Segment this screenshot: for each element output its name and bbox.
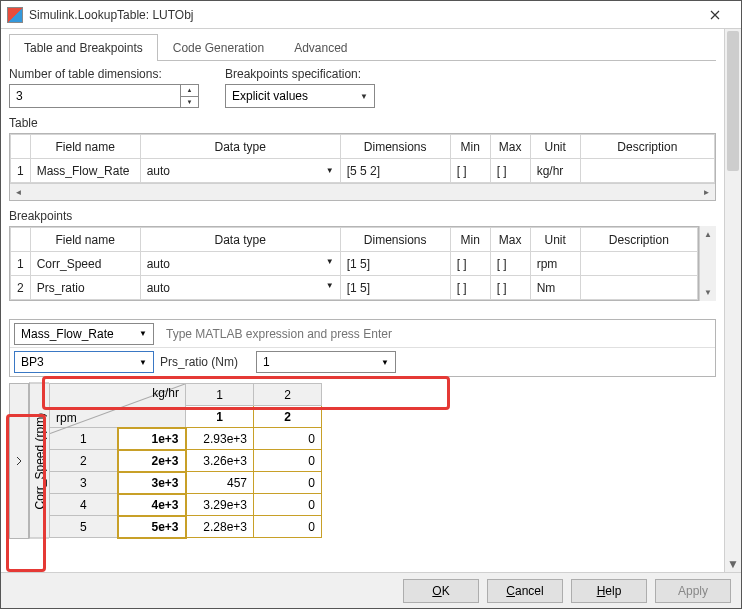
table-row[interactable]: 1 Mass_Flow_Rate auto▼ [5 5 2] [ ] [ ] k… bbox=[11, 159, 715, 183]
table-row[interactable]: 22e+33.26e+30 bbox=[50, 450, 322, 472]
chevron-down-icon: ▼ bbox=[381, 358, 389, 367]
tab-table-breakpoints[interactable]: Table and Breakpoints bbox=[9, 34, 158, 61]
section-breakpoints-label: Breakpoints bbox=[9, 209, 716, 223]
cell-min[interactable]: [ ] bbox=[450, 159, 490, 183]
spinner-up-icon[interactable]: ▲ bbox=[181, 85, 198, 97]
chevron-down-icon: ▼ bbox=[326, 257, 334, 271]
table-header-dtype: Data type bbox=[140, 135, 340, 159]
table-header-field: Field name bbox=[30, 135, 140, 159]
scroll-up-icon[interactable]: ▲ bbox=[700, 226, 716, 243]
tab-code-generation[interactable]: Code Generation bbox=[158, 34, 279, 61]
chevron-down-icon: ▼ bbox=[360, 92, 368, 101]
spinner-down-icon[interactable]: ▼ bbox=[181, 97, 198, 108]
slice-combo-bp3[interactable]: BP3▼ bbox=[14, 351, 154, 373]
close-button[interactable] bbox=[695, 3, 735, 27]
table-row[interactable]: 55e+32.28e+30 bbox=[50, 516, 322, 538]
scroll-thumb[interactable] bbox=[727, 31, 739, 171]
data-table: kg/hr rpm 1 2 1 2 11e+32.93e+30 22e+33.2… bbox=[49, 383, 322, 539]
cell-unit[interactable]: kg/hr bbox=[530, 159, 580, 183]
table-header-max: Max bbox=[490, 135, 530, 159]
chevron-down-icon: ▼ bbox=[139, 358, 147, 367]
prs-ratio-label: Prs_ratio (Nm) bbox=[160, 355, 250, 369]
chevron-down-icon: ▼ bbox=[326, 166, 334, 175]
chevron-down-icon: ▼ bbox=[326, 281, 334, 295]
table-header-unit: Unit bbox=[530, 135, 580, 159]
expression-input[interactable] bbox=[160, 323, 711, 345]
title-bar: Simulink.LookupTable: LUTObj bbox=[1, 1, 741, 29]
table-row[interactable]: 2 Prs_ratio auto▼ [1 5] [ ] [ ] Nm bbox=[11, 276, 698, 300]
col-header[interactable]: 2 bbox=[254, 406, 322, 428]
cell-desc[interactable] bbox=[580, 159, 714, 183]
cell-max[interactable]: [ ] bbox=[490, 159, 530, 183]
table-row[interactable]: 33e+34570 bbox=[50, 472, 322, 494]
spec-combo[interactable]: Explicit values ▼ bbox=[225, 84, 375, 108]
spec-value: Explicit values bbox=[232, 89, 360, 103]
table-grid: Field name Data type Dimensions Min Max … bbox=[9, 133, 716, 201]
breakpoints-vscroll[interactable]: ▲ ▼ bbox=[699, 226, 716, 301]
window-title: Simulink.LookupTable: LUTObj bbox=[29, 8, 695, 22]
dimensions-label: Number of table dimensions: bbox=[9, 67, 199, 81]
spec-label: Breakpoints specification: bbox=[225, 67, 375, 81]
scroll-down-icon[interactable]: ▼ bbox=[700, 284, 716, 301]
chevron-down-icon: ▼ bbox=[139, 329, 147, 338]
help-button[interactable]: Help bbox=[571, 579, 647, 603]
dimensions-input[interactable] bbox=[10, 89, 180, 103]
slice-combo-prsratio[interactable]: 1▼ bbox=[256, 351, 396, 373]
app-icon bbox=[7, 7, 23, 23]
section-table-label: Table bbox=[9, 116, 716, 130]
apply-button[interactable]: Apply bbox=[655, 579, 731, 603]
cell-dtype[interactable]: auto▼ bbox=[140, 159, 340, 183]
dimensions-spinner[interactable]: ▲ ▼ bbox=[9, 84, 199, 108]
scroll-right-icon[interactable]: ► bbox=[698, 184, 715, 200]
vertical-axis-label: Corr_Speed (rpm) bbox=[29, 383, 49, 539]
tab-advanced[interactable]: Advanced bbox=[279, 34, 362, 61]
cell-dims[interactable]: [5 5 2] bbox=[340, 159, 450, 183]
main-vscroll[interactable]: ▲ ▼ bbox=[724, 29, 741, 572]
row-index: 1 bbox=[11, 159, 31, 183]
dialog-footer: OK Cancel Help Apply bbox=[1, 572, 741, 608]
table-hscroll[interactable]: ◄ ► bbox=[10, 183, 715, 200]
close-icon bbox=[710, 10, 720, 20]
table-header-rowidx bbox=[11, 135, 31, 159]
table-header-desc: Description bbox=[580, 135, 714, 159]
table-row[interactable]: 1 Corr_Speed auto▼ [1 5] [ ] [ ] rpm bbox=[11, 252, 698, 276]
cell-field[interactable]: Mass_Flow_Rate bbox=[30, 159, 140, 183]
slice-selector: Mass_Flow_Rate▼ BP3▼ Prs_ratio (Nm) 1▼ bbox=[9, 319, 716, 377]
col-index: 1 bbox=[186, 384, 254, 406]
breakpoints-grid: Field name Data type Dimensions Min Max … bbox=[9, 226, 699, 301]
col-index: 2 bbox=[254, 384, 322, 406]
panel-expand-button[interactable] bbox=[9, 383, 29, 539]
table-header-min: Min bbox=[450, 135, 490, 159]
chevron-right-icon bbox=[15, 457, 23, 465]
slice-combo-mflow[interactable]: Mass_Flow_Rate▼ bbox=[14, 323, 154, 345]
scroll-down-icon[interactable]: ▼ bbox=[725, 555, 741, 572]
scroll-left-icon[interactable]: ◄ bbox=[10, 184, 27, 200]
cancel-button[interactable]: Cancel bbox=[487, 579, 563, 603]
tab-bar: Table and Breakpoints Code Generation Ad… bbox=[9, 33, 716, 61]
col-header[interactable]: 1 bbox=[186, 406, 254, 428]
table-row[interactable]: 44e+33.29e+30 bbox=[50, 494, 322, 516]
table-header-dims: Dimensions bbox=[340, 135, 450, 159]
ok-button[interactable]: OK bbox=[403, 579, 479, 603]
